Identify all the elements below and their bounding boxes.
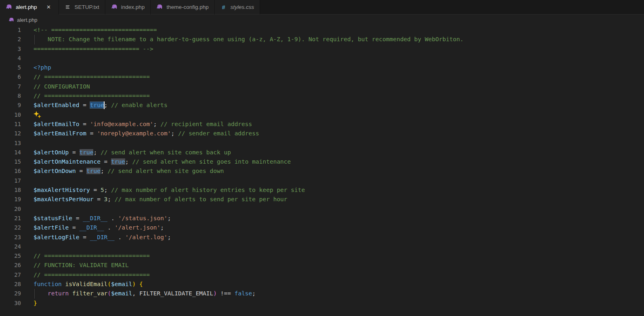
code-line-content[interactable]: $alertOnMaintenance = true; // send aler… xyxy=(21,157,644,166)
line-number[interactable]: 5 xyxy=(0,63,21,72)
line-number[interactable]: 1 xyxy=(0,25,21,35)
line-number[interactable]: 2 xyxy=(0,35,21,44)
code-line-content[interactable]: $alertOnUp = true; // send alert when si… xyxy=(21,148,644,157)
line-number[interactable]: 24 xyxy=(0,242,21,251)
code-line[interactable]: 13 xyxy=(0,139,644,148)
code-line-content[interactable]: // ============================== xyxy=(21,91,644,101)
code-line[interactable]: 29 return filter_var($email, FILTER_VALI… xyxy=(0,289,644,298)
code-line[interactable]: 25// ============================== xyxy=(0,251,644,261)
code-line[interactable]: 6// ============================== xyxy=(0,72,644,82)
code-line-content[interactable]: $alertOnDown = true; // send alert when … xyxy=(21,166,644,176)
code-line-content[interactable]: $statusFile = __DIR__ . '/status.json'; xyxy=(21,214,644,223)
code-line[interactable]: 9$alertEnabled = true; // enable alerts xyxy=(0,101,644,110)
tab-setup-txt[interactable]: SETUP.txt xyxy=(59,0,105,15)
tab-styles-css[interactable]: # styles.css xyxy=(215,0,260,15)
code-line[interactable]: 16$alertOnDown = true; // send alert whe… xyxy=(0,166,644,176)
code-line[interactable]: 1<!-- ============================== xyxy=(0,25,644,35)
code-line[interactable]: 2 NOTE: Change the filename to a harder-… xyxy=(0,35,644,44)
code-line[interactable]: 26// FUNCTION: VALIDATE EMAIL xyxy=(0,261,644,270)
code-line[interactable]: 14$alertOnUp = true; // send alert when … xyxy=(0,148,644,157)
line-number[interactable]: 27 xyxy=(0,270,21,280)
code-line-content[interactable]: $alertLogFile = __DIR__ . '/alert.log'; xyxy=(21,233,644,242)
code-line[interactable]: 22$alertFile = __DIR__ . '/alert.json'; xyxy=(0,223,644,232)
line-number[interactable]: 23 xyxy=(0,233,21,242)
code-line[interactable]: 12$alertEmailFrom = 'noreply@example.com… xyxy=(0,129,644,138)
line-number[interactable]: 9 xyxy=(0,101,21,110)
code-line[interactable]: 7// CONFIGURATION xyxy=(0,82,644,91)
code-line[interactable]: 4 xyxy=(0,54,644,63)
code-line-content[interactable]: // FUNCTION: VALIDATE EMAIL xyxy=(21,261,644,270)
line-number[interactable]: 21 xyxy=(0,214,21,223)
line-number[interactable]: 28 xyxy=(0,280,21,289)
code-line-content[interactable]: // ============================== xyxy=(21,251,644,261)
code-token: // max number of alert history entries t… xyxy=(111,187,305,193)
code-line[interactable]: 17 xyxy=(0,176,644,185)
code-line-content[interactable]: // ============================== xyxy=(21,72,644,82)
line-number[interactable]: 14 xyxy=(0,148,21,157)
code-line-content[interactable] xyxy=(21,242,644,251)
code-line[interactable]: 27// ============================== xyxy=(0,270,644,280)
code-line[interactable]: 19$maxAlertsPerHour = 3; // max number o… xyxy=(0,195,644,204)
code-line-content[interactable]: $maxAlertHistory = 5; // max number of a… xyxy=(21,185,644,195)
line-number[interactable]: 7 xyxy=(0,82,21,91)
code-line-content[interactable] xyxy=(21,139,644,148)
line-number[interactable]: 6 xyxy=(0,72,21,82)
line-number[interactable]: 30 xyxy=(0,299,21,308)
code-line[interactable]: 28function isValidEmail($email) { xyxy=(0,280,644,289)
code-line-content[interactable]: // ============================== xyxy=(21,270,644,280)
code-line-content[interactable]: $maxAlertsPerHour = 3; // max number of … xyxy=(21,195,644,204)
code-line[interactable]: 10 xyxy=(0,110,644,120)
code-line-content[interactable]: $alertFile = __DIR__ . '/alert.json'; xyxy=(21,223,644,232)
code-token: true xyxy=(80,149,94,156)
code-line[interactable]: 5<?php xyxy=(0,63,644,72)
code-line-content[interactable]: <!-- ============================== xyxy=(21,25,644,35)
line-number[interactable]: 22 xyxy=(0,223,21,232)
code-line-content[interactable]: ============================== --> xyxy=(21,44,644,54)
line-number[interactable]: 4 xyxy=(0,54,21,63)
code-line[interactable]: 23$alertLogFile = __DIR__ . '/alert.log'… xyxy=(0,233,644,242)
code-line-content[interactable] xyxy=(21,204,644,214)
code-line-content[interactable]: return filter_var($email, FILTER_VALIDAT… xyxy=(21,289,644,298)
line-number[interactable]: 13 xyxy=(0,139,21,148)
code-line-content[interactable] xyxy=(21,176,644,185)
line-number[interactable]: 10 xyxy=(0,110,21,120)
code-line[interactable]: 3============================== --> xyxy=(0,44,644,54)
code-line-content[interactable]: } xyxy=(21,299,644,308)
code-line[interactable]: 24 xyxy=(0,242,644,251)
code-line[interactable]: 15$alertOnMaintenance = true; // send al… xyxy=(0,157,644,166)
code-line-content[interactable]: function isValidEmail($email) { xyxy=(21,280,644,289)
line-number[interactable]: 19 xyxy=(0,195,21,204)
line-number[interactable]: 20 xyxy=(0,204,21,214)
code-line-content[interactable]: $alertEmailTo = 'info@example.com'; // r… xyxy=(21,120,644,129)
line-number[interactable]: 25 xyxy=(0,251,21,261)
code-line-content[interactable] xyxy=(21,110,644,120)
code-line-content[interactable]: // CONFIGURATION xyxy=(21,82,644,91)
code-line-content[interactable]: $alertEnabled = true; // enable alerts xyxy=(21,101,644,110)
code-line[interactable]: 21$statusFile = __DIR__ . '/status.json'… xyxy=(0,214,644,223)
tab-theme-config-php[interactable]: theme-config.php xyxy=(151,0,214,15)
tab-index-php[interactable]: index.php xyxy=(105,0,151,15)
line-number[interactable]: 15 xyxy=(0,157,21,166)
line-number[interactable]: 16 xyxy=(0,166,21,176)
line-number[interactable]: 12 xyxy=(0,129,21,138)
code-line[interactable]: 30} xyxy=(0,299,644,308)
line-number[interactable]: 29 xyxy=(0,289,21,298)
line-number[interactable]: 26 xyxy=(0,261,21,270)
close-icon[interactable]: ✕ xyxy=(45,3,53,11)
code-area[interactable]: 1<!-- ==============================2 NO… xyxy=(0,25,644,308)
code-line[interactable]: 20 xyxy=(0,204,644,214)
code-line-content[interactable] xyxy=(21,54,644,63)
code-line[interactable]: 18$maxAlertHistory = 5; // max number of… xyxy=(0,185,644,195)
line-number[interactable]: 3 xyxy=(0,44,21,54)
code-line-content[interactable]: $alertEmailFrom = 'noreply@example.com';… xyxy=(21,129,644,138)
code-line-content[interactable]: NOTE: Change the filename to a harder-to… xyxy=(21,35,644,44)
breadcrumb-item-file[interactable]: alert.php xyxy=(17,17,38,23)
code-line[interactable]: 8// ============================== xyxy=(0,91,644,101)
code-line-content[interactable]: <?php xyxy=(21,63,644,72)
line-number[interactable]: 8 xyxy=(0,91,21,101)
code-line[interactable]: 11$alertEmailTo = 'info@example.com'; //… xyxy=(0,120,644,129)
line-number[interactable]: 11 xyxy=(0,120,21,129)
line-number[interactable]: 17 xyxy=(0,176,21,185)
tab-alert-php[interactable]: alert.php ✕ xyxy=(0,0,59,15)
line-number[interactable]: 18 xyxy=(0,185,21,195)
